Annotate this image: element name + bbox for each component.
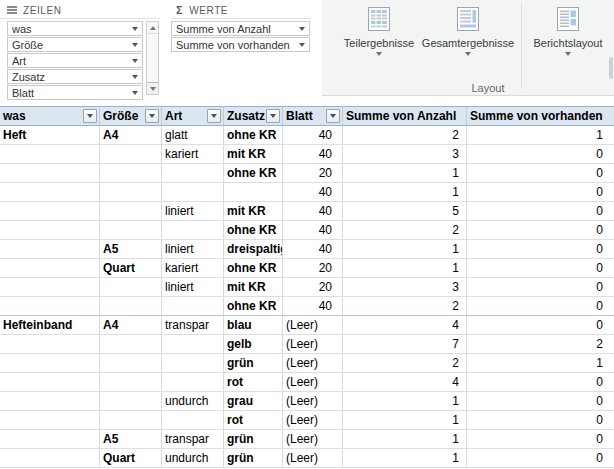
table-cell[interactable]: 0 xyxy=(467,411,614,430)
table-cell[interactable]: ohne KR xyxy=(224,221,283,240)
table-cell[interactable]: 0 xyxy=(467,392,614,411)
chevron-down-icon[interactable] xyxy=(132,59,138,63)
table-cell[interactable]: ohne KR xyxy=(224,126,283,145)
table-cell[interactable] xyxy=(0,259,100,278)
table-cell[interactable]: 0 xyxy=(467,449,614,468)
table-cell[interactable]: liniert xyxy=(162,202,224,221)
table-cell[interactable]: mit KR xyxy=(224,145,283,164)
chevron-down-icon[interactable] xyxy=(132,75,138,79)
table-cell[interactable] xyxy=(0,145,100,164)
filter-dropdown-button[interactable] xyxy=(266,109,280,123)
table-cell[interactable] xyxy=(162,297,224,316)
table-cell[interactable] xyxy=(0,392,100,411)
rows-field-scrollbar[interactable] xyxy=(146,21,159,95)
table-cell[interactable]: 0 xyxy=(467,145,614,164)
table-cell[interactable]: Quart xyxy=(100,449,162,468)
table-cell[interactable]: 0 xyxy=(467,240,614,259)
table-cell[interactable] xyxy=(100,278,162,297)
table-cell[interactable]: grün xyxy=(224,449,283,468)
table-cell[interactable]: (Leer) xyxy=(283,354,343,373)
table-cell[interactable]: (Leer) xyxy=(283,430,343,449)
row-field-gr-e[interactable]: Größe xyxy=(7,37,143,52)
row-field-art[interactable]: Art xyxy=(7,53,143,68)
berichtslayout-button[interactable]: Berichtslayout xyxy=(525,6,611,56)
row-field-blatt[interactable]: Blatt xyxy=(7,85,143,100)
table-cell[interactable]: 0 xyxy=(467,183,614,202)
table-cell[interactable] xyxy=(0,449,100,468)
table-cell[interactable]: gelb xyxy=(224,335,283,354)
table-cell[interactable]: transpar xyxy=(162,316,224,335)
table-cell[interactable] xyxy=(100,145,162,164)
table-cell[interactable] xyxy=(0,278,100,297)
row-field-zusatz[interactable]: Zusatz xyxy=(7,69,143,84)
table-cell[interactable]: 2 xyxy=(343,126,467,145)
table-cell[interactable]: rot xyxy=(224,373,283,392)
table-cell[interactable]: 2 xyxy=(343,354,467,373)
table-cell[interactable]: dreispaltig xyxy=(224,240,283,259)
table-cell[interactable]: 0 xyxy=(467,297,614,316)
table-cell[interactable]: A4 xyxy=(100,316,162,335)
table-cell[interactable] xyxy=(100,354,162,373)
table-cell[interactable]: liniert xyxy=(162,240,224,259)
table-cell[interactable] xyxy=(0,221,100,240)
table-cell[interactable]: A5 xyxy=(100,240,162,259)
teilergebnisse-button[interactable]: Teilergebnisse xyxy=(337,6,421,56)
filter-dropdown-button[interactable] xyxy=(326,109,340,123)
table-cell[interactable]: 0 xyxy=(467,259,614,278)
table-cell[interactable]: 0 xyxy=(467,221,614,240)
table-cell[interactable]: 7 xyxy=(343,335,467,354)
table-cell[interactable]: 40 xyxy=(283,145,343,164)
table-cell[interactable] xyxy=(100,335,162,354)
table-cell[interactable]: (Leer) xyxy=(283,316,343,335)
chevron-down-icon[interactable] xyxy=(565,52,571,56)
table-cell[interactable]: 2 xyxy=(343,297,467,316)
row-field-was[interactable]: was xyxy=(7,21,143,36)
table-cell[interactable]: grün xyxy=(224,430,283,449)
table-cell[interactable] xyxy=(100,373,162,392)
table-cell[interactable]: 40 xyxy=(283,240,343,259)
table-cell[interactable] xyxy=(162,354,224,373)
table-cell[interactable]: ohne KR xyxy=(224,259,283,278)
table-cell[interactable]: (Leer) xyxy=(283,392,343,411)
scroll-up-button[interactable] xyxy=(147,22,158,34)
table-cell[interactable]: 1 xyxy=(343,259,467,278)
table-cell[interactable] xyxy=(0,202,100,221)
table-cell[interactable]: 1 xyxy=(343,449,467,468)
table-cell[interactable] xyxy=(0,240,100,259)
table-cell[interactable]: 1 xyxy=(343,392,467,411)
filter-dropdown-button[interactable] xyxy=(83,109,97,123)
table-cell[interactable]: 5 xyxy=(343,202,467,221)
gesamtergebnisse-button[interactable]: Gesamtergebnisse xyxy=(415,6,521,56)
table-cell[interactable]: glatt xyxy=(162,126,224,145)
table-cell[interactable] xyxy=(0,373,100,392)
table-cell[interactable]: 4 xyxy=(343,316,467,335)
table-cell[interactable]: Quart xyxy=(100,259,162,278)
table-cell[interactable]: Hefteinband xyxy=(0,316,100,335)
chevron-down-icon[interactable] xyxy=(132,91,138,95)
table-cell[interactable] xyxy=(0,335,100,354)
table-cell[interactable]: 0 xyxy=(467,278,614,297)
table-cell[interactable] xyxy=(162,335,224,354)
chevron-down-icon[interactable] xyxy=(132,43,138,47)
table-cell[interactable] xyxy=(0,297,100,316)
table-cell[interactable]: 0 xyxy=(467,373,614,392)
table-cell[interactable] xyxy=(162,221,224,240)
filter-dropdown-button[interactable] xyxy=(207,109,221,123)
chevron-down-icon[interactable] xyxy=(465,52,471,56)
chevron-down-icon[interactable] xyxy=(376,52,382,56)
table-cell[interactable] xyxy=(100,297,162,316)
table-cell[interactable]: A4 xyxy=(100,126,162,145)
table-cell[interactable]: 1 xyxy=(467,354,614,373)
table-cell[interactable]: 2 xyxy=(467,335,614,354)
table-cell[interactable] xyxy=(162,411,224,430)
table-cell[interactable]: mit KR xyxy=(224,278,283,297)
table-cell[interactable]: 40 xyxy=(283,126,343,145)
table-cell[interactable]: 2 xyxy=(343,221,467,240)
value-field-summe-von-anzahl[interactable]: Summe von Anzahl xyxy=(171,21,310,36)
table-cell[interactable] xyxy=(162,373,224,392)
table-cell[interactable]: 40 xyxy=(283,297,343,316)
table-cell[interactable]: (Leer) xyxy=(283,449,343,468)
table-cell[interactable]: blau xyxy=(224,316,283,335)
table-cell[interactable] xyxy=(0,430,100,449)
table-cell[interactable]: transpar xyxy=(162,430,224,449)
